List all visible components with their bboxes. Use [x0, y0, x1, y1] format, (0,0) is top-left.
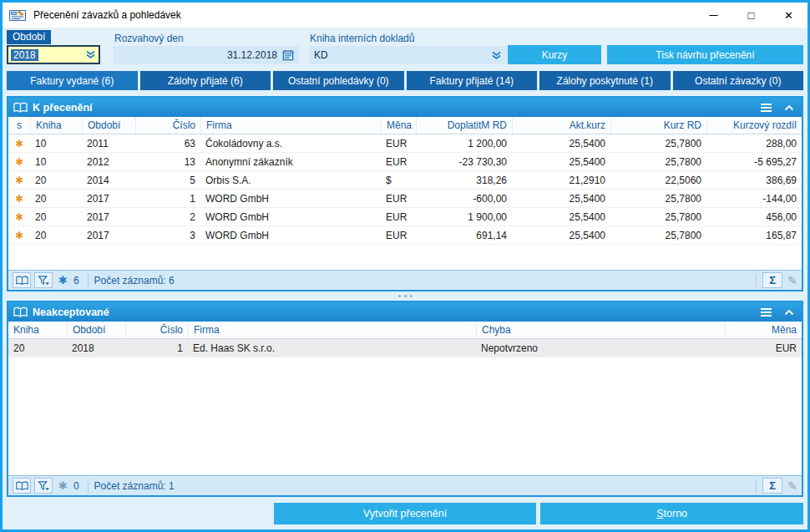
- cell-firma: Anonymní zákazník: [200, 156, 381, 168]
- marked-rows-icon[interactable]: ✱: [58, 274, 68, 286]
- detail-view-icon[interactable]: [13, 272, 31, 288]
- cell-cislo: 1: [135, 193, 200, 205]
- table-row[interactable]: ✱ 10 2012 13 Anonymní zákazník EUR -23 7…: [8, 153, 802, 171]
- cell-kniha: 20: [30, 193, 82, 205]
- period-dropdown-icon[interactable]: [85, 50, 96, 59]
- internal-book-select[interactable]: KD: [309, 46, 507, 64]
- col-header-mena[interactable]: Měna: [381, 117, 416, 134]
- period-field-group: Období 2018: [7, 30, 100, 64]
- sum-icon[interactable]: Σ: [762, 478, 782, 494]
- cell-mena: EUR: [381, 193, 416, 205]
- col-header-kurz-rd[interactable]: Kurz RD: [610, 117, 706, 134]
- filter-icon[interactable]: [34, 272, 53, 288]
- cell-kniha: 20: [30, 230, 82, 241]
- cell-kniha: 10: [30, 138, 82, 149]
- col-header-kniha[interactable]: Kniha: [30, 117, 82, 134]
- book-icon: [13, 102, 28, 114]
- tab-ostatni-pohledavky[interactable]: Ostatní pohledávky (0): [273, 71, 404, 90]
- table-row[interactable]: ✱ 10 2011 63 Čokoládovny a.s. EUR 1 200,…: [8, 134, 802, 153]
- balance-day-field-group: Rozvahový den 31.12.2018: [114, 33, 299, 64]
- tab-zalohy-prijate[interactable]: Zálohy přijaté (6): [140, 71, 271, 90]
- rejected-panel: Neakceptované Kniha Období Číslo Firma C…: [7, 301, 803, 497]
- cell-firma: Čokoládovny a.s.: [200, 138, 381, 149]
- cancel-button[interactable]: Storno: [540, 503, 803, 524]
- close-button[interactable]: ✕: [770, 3, 807, 28]
- empty-table-area: [8, 245, 802, 270]
- action-bar: Vytvořit přecenění Storno: [7, 503, 803, 524]
- internal-book-value: KD: [314, 49, 491, 61]
- detail-view-icon[interactable]: [13, 478, 31, 494]
- table-row[interactable]: ✱ 20 2017 1 WORD GmbH EUR -600,00 25,540…: [8, 190, 802, 208]
- cell-mena: EUR: [725, 342, 802, 354]
- edit-icon[interactable]: ✎: [787, 274, 797, 287]
- cell-akt-kurz: 21,2910: [512, 175, 610, 186]
- toolbar: Období 2018 Rozvahový den 31.12.2018: [7, 31, 803, 64]
- balance-day-label: Rozvahový den: [114, 33, 299, 44]
- col-header-s[interactable]: s: [8, 117, 30, 134]
- col-header-kurzovy-rozdil[interactable]: Kurzový rozdíl: [706, 117, 802, 134]
- minimize-button[interactable]: ─: [695, 3, 732, 28]
- cell-mena: $: [381, 175, 416, 186]
- col-header-chyba[interactable]: Chyba: [476, 322, 725, 338]
- sum-icon[interactable]: Σ: [762, 272, 782, 288]
- calendar-icon[interactable]: [282, 49, 294, 61]
- collapse-icon[interactable]: [780, 99, 798, 115]
- col-header-cislo[interactable]: Číslo: [135, 117, 200, 134]
- col-header-firma[interactable]: Firma: [200, 117, 381, 134]
- row-marker-icon: ✱: [8, 230, 30, 241]
- cell-kniha: 20: [30, 175, 82, 186]
- tab-faktury-prijate[interactable]: Faktury přijaté (14): [407, 71, 538, 90]
- cell-kurz-rd: 22,5060: [610, 175, 706, 186]
- cell-mena: EUR: [381, 138, 416, 149]
- cell-kniha: 10: [30, 156, 82, 168]
- cell-doplatit: 1 200,00: [416, 138, 512, 149]
- tab-zalohy-poskytnute[interactable]: Zálohy poskytnuté (1): [539, 71, 671, 90]
- cell-mena: EUR: [381, 211, 416, 223]
- revaluation-panel-header: K přecenění: [8, 98, 802, 117]
- cell-firma: WORD GmbH: [200, 193, 381, 205]
- table-row[interactable]: ✱ 20 2017 3 WORD GmbH EUR 691,14 25,5400…: [8, 226, 802, 245]
- cell-mena: EUR: [381, 156, 416, 168]
- cell-cislo: 3: [135, 230, 200, 241]
- tab-ostatni-zavazky[interactable]: Ostatní závazky (0): [673, 71, 804, 90]
- edit-icon[interactable]: ✎: [787, 479, 797, 493]
- tab-faktury-vydane[interactable]: Faktury vydané (6): [7, 71, 138, 90]
- maximize-button[interactable]: □: [732, 3, 770, 28]
- empty-table-area: [8, 357, 802, 475]
- cell-mena: EUR: [381, 230, 416, 241]
- cell-kurzovy-rozdil: 288,00: [706, 138, 802, 149]
- window-title: Přecenění závazků a pohledávek: [33, 9, 695, 21]
- table-row[interactable]: ✱ 20 2017 2 WORD GmbH EUR 1 900,00 25,54…: [8, 208, 802, 226]
- col-header-kniha[interactable]: Kniha: [8, 322, 67, 338]
- cell-obdobi: 2017: [82, 230, 135, 241]
- col-header-cislo[interactable]: Číslo: [125, 322, 188, 338]
- col-header-doplatit[interactable]: DoplatitM RD: [416, 117, 512, 134]
- col-header-mena[interactable]: Měna: [725, 322, 802, 338]
- balance-day-input[interactable]: 31.12.2018: [114, 46, 299, 64]
- record-count: Počet záznamů: 6: [94, 275, 175, 286]
- menu-icon[interactable]: [757, 304, 775, 320]
- splitter-handle[interactable]: [7, 291, 803, 301]
- cell-obdobi: 2012: [82, 156, 135, 168]
- period-input[interactable]: 2018: [7, 45, 100, 64]
- collapse-icon[interactable]: [780, 304, 798, 320]
- internal-book-dropdown-icon[interactable]: [491, 51, 502, 60]
- book-icon: [13, 307, 28, 318]
- rates-button[interactable]: Kurzy: [508, 45, 601, 64]
- table-row[interactable]: 20 2018 1 Ed. Haas SK s.r.o. Nepotvrzeno…: [8, 339, 802, 357]
- col-header-akt-kurz[interactable]: Akt.kurz: [512, 117, 610, 134]
- title-bar: Přecenění závazků a pohledávek ─ □ ✕: [3, 3, 807, 28]
- col-header-firma[interactable]: Firma: [188, 322, 476, 338]
- marked-rows-icon[interactable]: ✱: [58, 479, 68, 492]
- filter-icon[interactable]: [34, 478, 53, 494]
- col-header-obdobi[interactable]: Období: [67, 322, 125, 338]
- revaluation-table-header: s Kniha Období Číslo Firma Měna Doplatit…: [8, 117, 802, 134]
- rejected-table-header: Kniha Období Číslo Firma Chyba Měna: [8, 322, 802, 339]
- col-header-obdobi[interactable]: Období: [82, 117, 135, 134]
- table-row[interactable]: ✱ 20 2014 5 Orbis S.A. $ 318,26 21,2910 …: [8, 171, 802, 190]
- menu-icon[interactable]: [757, 99, 775, 115]
- print-proposal-button[interactable]: Tisk návrhu přecenění: [607, 45, 803, 64]
- create-revaluation-button[interactable]: Vytvořit přecenění: [274, 503, 537, 524]
- app-window: Přecenění závazků a pohledávek ─ □ ✕ Obd…: [0, 0, 810, 532]
- cell-obdobi: 2018: [67, 342, 125, 354]
